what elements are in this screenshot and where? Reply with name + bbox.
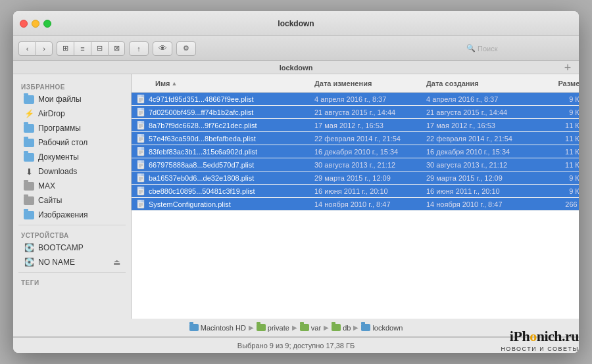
- myfiles-icon: [24, 94, 34, 104]
- sidebar-item-max[interactable]: MAX: [16, 179, 128, 193]
- eye-button[interactable]: 👁: [153, 41, 172, 56]
- sidebar: Избранное Мои файлы ⚡ AirDrop Программы: [13, 74, 132, 319]
- path-item[interactable]: lockdown: [361, 324, 403, 332]
- sidebar-item-downloads[interactable]: ⬇ Downloads: [16, 164, 128, 179]
- forward-button[interactable]: ›: [36, 41, 53, 56]
- file-row[interactable]: ba16537eb0d6...de32e1808.plist 29 марта …: [132, 171, 579, 185]
- file-cell-size: 9 КБ: [538, 95, 579, 103]
- path-item[interactable]: var: [300, 324, 321, 332]
- sidebar-item-noname[interactable]: 💽 NO NAME ⏏: [16, 255, 128, 269]
- maximize-button[interactable]: [43, 20, 51, 28]
- file-area: Имя ▲ Дата изменения Дата создания Разме…: [132, 74, 579, 319]
- titlebar: lockdown: [13, 11, 579, 36]
- add-tab-button[interactable]: +: [562, 62, 574, 74]
- share-button[interactable]: ↑: [129, 41, 149, 56]
- file-row[interactable]: 4c971fd95d351...48667f9ee.plist 4 апреля…: [132, 93, 579, 106]
- folder-tab-bar: lockdown +: [13, 61, 579, 74]
- finder-window: lockdown ‹ › ⊞ ≡ ⊟ ⊠ ↑ 👁 ⚙ 🔍: [13, 11, 579, 353]
- search-input[interactable]: [462, 41, 574, 56]
- status-bar: Выбрано 9 из 9; доступно 17,38 ГБ: [13, 337, 579, 353]
- file-cell-size: 9 КБ: [538, 174, 579, 182]
- sidebar-divider-1: [18, 225, 126, 225]
- plist-icon: [137, 95, 146, 104]
- file-cell-name: cbe880c10895...50481c3f19.plist: [137, 187, 314, 196]
- file-row[interactable]: 83febf83ac3b1...315c6a902d.plist 16 дека…: [132, 145, 579, 158]
- file-cell-size: 9 КБ: [538, 108, 579, 116]
- file-cell-size: 11 КБ: [538, 161, 579, 169]
- eject-icon[interactable]: ⏏: [113, 258, 120, 267]
- svg-rect-38: [141, 173, 144, 176]
- file-cell-created: 16 июня 2011 г., 20:10: [426, 187, 538, 195]
- file-cell-name: 4c971fd95d351...48667f9ee.plist: [137, 95, 314, 104]
- favorites-section-label: Избранное: [13, 80, 131, 92]
- path-item[interactable]: db: [332, 324, 351, 332]
- sidebar-item-bootcamp[interactable]: 💽 BOOTCAMP: [16, 240, 128, 255]
- file-cell-name: SystemConfiguration.plist: [137, 200, 314, 209]
- plist-icon: [137, 134, 146, 143]
- sidebar-item-sites[interactable]: Сайты: [16, 193, 128, 208]
- col-header-created[interactable]: Дата создания: [426, 80, 538, 87]
- file-cell-size: 11 КБ: [538, 122, 579, 129]
- sidebar-item-desktop[interactable]: Рабочий стол: [16, 135, 128, 150]
- plist-icon: [137, 173, 146, 183]
- sidebar-item-downloads-label: Downloads: [38, 167, 77, 176]
- plist-icon: [137, 108, 146, 117]
- path-item[interactable]: Macintosh HD: [189, 324, 246, 332]
- path-breadcrumb: Macintosh HD▶private▶var▶db▶lockdown: [189, 324, 403, 332]
- path-arrow: ▶: [324, 324, 329, 331]
- col-header-modified[interactable]: Дата изменения: [314, 80, 426, 87]
- view-list-button[interactable]: ≡: [74, 41, 91, 56]
- sidebar-item-apps[interactable]: Программы: [16, 121, 128, 135]
- sidebar-item-images[interactable]: Изображения: [16, 208, 128, 222]
- file-cell-created: 21 августа 2015 г., 14:44: [426, 108, 538, 116]
- svg-rect-44: [141, 187, 144, 189]
- plist-icon: [137, 200, 146, 209]
- file-cell-size: 11 КБ: [538, 148, 579, 156]
- noname-icon: 💽: [24, 257, 34, 267]
- status-text: Выбрано 9 из 9; доступно 17,38 ГБ: [237, 342, 355, 350]
- main-content: Избранное Мои файлы ⚡ AirDrop Программы: [13, 74, 579, 319]
- file-cell-created: 17 мая 2012 г., 16:53: [426, 122, 538, 129]
- close-button[interactable]: [20, 20, 28, 28]
- file-row[interactable]: 7d02500bf459...ff74b1b2afc.plist 21 авгу…: [132, 106, 579, 119]
- path-item[interactable]: private: [257, 324, 289, 332]
- file-row[interactable]: SystemConfiguration.plist 14 ноября 2010…: [132, 198, 579, 211]
- apps-icon: [24, 123, 34, 133]
- file-cell-name: 7d02500bf459...ff74b1b2afc.plist: [137, 108, 314, 117]
- devices-section-label: Устройства: [13, 228, 131, 240]
- bootcamp-icon: 💽: [24, 242, 34, 253]
- search-wrap: 🔍: [462, 41, 574, 56]
- tags-section-label: Теги: [13, 275, 131, 288]
- folder-tab-label: lockdown: [280, 64, 313, 72]
- traffic-lights: [20, 20, 51, 28]
- view-column-button[interactable]: ⊟: [91, 41, 108, 56]
- sidebar-item-documents[interactable]: Документы: [16, 150, 128, 164]
- file-row[interactable]: 57e4f63ca590d...8befafbeda.plist 22 февр…: [132, 132, 579, 145]
- file-row[interactable]: 8a7b7f9dc6628...9f76c21dec.plist 17 мая …: [132, 119, 579, 132]
- file-cell-name: 57e4f63ca590d...8befafbeda.plist: [137, 134, 314, 143]
- back-button[interactable]: ‹: [18, 41, 36, 56]
- col-header-size[interactable]: Размер: [538, 80, 579, 87]
- view-cover-button[interactable]: ⊠: [108, 41, 125, 56]
- sidebar-item-desktop-label: Рабочий стол: [38, 138, 87, 147]
- file-cell-size: 266 Б: [538, 200, 579, 208]
- settings-button[interactable]: ⚙: [176, 41, 196, 56]
- file-cell-size: 9 КБ: [538, 187, 579, 195]
- file-cell-size: 11 КБ: [538, 135, 579, 143]
- file-cell-created: 22 февраля 2014 г., 21:54: [426, 135, 538, 143]
- svg-rect-32: [141, 160, 144, 163]
- file-cell-name: 8a7b7f9dc6628...9f76c21dec.plist: [137, 121, 314, 130]
- path-arrow: ▶: [292, 324, 297, 331]
- view-icon-button[interactable]: ⊞: [57, 41, 74, 56]
- file-row[interactable]: cbe880c10895...50481c3f19.plist 16 июня …: [132, 185, 579, 198]
- sidebar-item-myfiles[interactable]: Мои файлы: [16, 92, 128, 106]
- sidebar-item-noname-label: NO NAME: [38, 258, 75, 267]
- file-cell-name: ba16537eb0d6...de32e1808.plist: [137, 173, 314, 183]
- col-header-name[interactable]: Имя ▲: [137, 80, 314, 87]
- file-cell-modified: 4 апреля 2016 г., 8:37: [314, 95, 426, 103]
- sidebar-item-airdrop[interactable]: ⚡ AirDrop: [16, 106, 128, 121]
- minimize-button[interactable]: [32, 20, 39, 28]
- svg-rect-8: [141, 108, 144, 110]
- file-row[interactable]: 667975888aa8...5edd570d7.plist 30 август…: [132, 158, 579, 171]
- path-bar: Macintosh HD▶private▶var▶db▶lockdown: [13, 319, 579, 337]
